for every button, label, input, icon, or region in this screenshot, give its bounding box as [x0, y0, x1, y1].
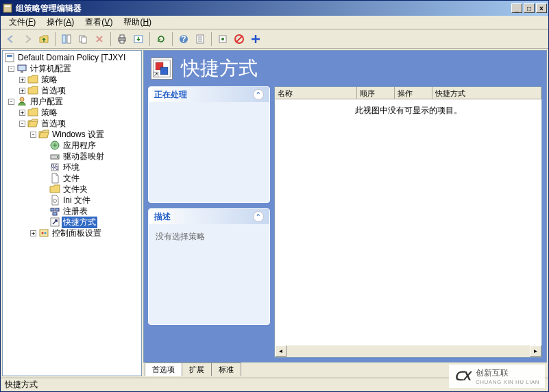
menu-action[interactable]: 操作(A): [41, 15, 80, 29]
col-name[interactable]: 名称: [275, 87, 357, 99]
file-icon: [49, 173, 60, 184]
collapse-icon[interactable]: -: [8, 99, 14, 105]
tab-preferences[interactable]: 首选项: [145, 363, 182, 376]
window-title: 组策略管理编辑器: [16, 3, 511, 14]
maximize-button[interactable]: □: [524, 3, 535, 13]
policy-icon: [4, 52, 15, 63]
close-button[interactable]: ×: [536, 3, 547, 13]
tree-root[interactable]: Default Domain Policy [TJXYI: [16, 53, 127, 62]
refresh-button[interactable]: [154, 32, 169, 47]
folder-open-icon: [27, 118, 38, 129]
tree-pref[interactable]: 首选项: [40, 85, 67, 97]
svg-rect-35: [40, 230, 48, 236]
col-order[interactable]: 顺序: [357, 87, 395, 99]
horizontal-scrollbar[interactable]: ◄ ►: [275, 345, 541, 357]
tab-standard[interactable]: 标准: [211, 363, 241, 376]
add-button[interactable]: [248, 32, 263, 47]
watermark-sub: CHUANG XIN HU LIAN: [476, 379, 539, 385]
menu-help[interactable]: 帮助(H): [118, 15, 157, 29]
tree-folders[interactable]: 文件夹: [62, 184, 89, 195]
tree-registry[interactable]: 注册表: [62, 206, 89, 217]
collapse-icon[interactable]: -: [30, 132, 36, 138]
content-title: 快捷方式: [181, 56, 258, 82]
collapse-icon[interactable]: -: [19, 121, 25, 127]
expand-icon[interactable]: +: [30, 230, 36, 236]
main-area: Default Domain Policy [TJXYI -计算机配置 +策略 …: [1, 49, 548, 378]
svg-rect-23: [21, 71, 23, 73]
toolbar: ?: [1, 29, 548, 49]
print-button[interactable]: [114, 32, 130, 47]
menu-file[interactable]: 文件(F): [3, 15, 41, 29]
processing-body: [149, 102, 269, 203]
list-header: 名称 顺序 操作 快捷方式: [275, 87, 541, 99]
svg-line-19: [236, 36, 242, 42]
tree-computer-config[interactable]: 计算机配置: [29, 63, 73, 75]
tab-extended[interactable]: 扩展: [182, 363, 212, 376]
svg-rect-5: [82, 37, 86, 43]
tree-pref[interactable]: 首选项: [40, 118, 67, 130]
properties-button[interactable]: [193, 32, 208, 47]
svg-point-36: [42, 232, 44, 234]
menubar: 文件(F) 操作(A) 查看(V) 帮助(H): [1, 16, 548, 29]
back-button[interactable]: [3, 32, 19, 47]
stop-button[interactable]: [232, 32, 247, 47]
folder-icon: [49, 184, 60, 195]
export-button[interactable]: [131, 32, 146, 47]
folder-open-icon: [38, 129, 49, 140]
tree-pane[interactable]: Default Domain Policy [TJXYI -计算机配置 +策略 …: [2, 50, 142, 376]
description-card: 描述⌃ 没有选择策略: [148, 208, 270, 325]
up-button[interactable]: [36, 32, 51, 47]
svg-rect-8: [120, 40, 124, 43]
list-view[interactable]: 名称 顺序 操作 快捷方式 此视图中没有可显示的项目。 ◄ ►: [274, 86, 542, 358]
expand-icon[interactable]: +: [19, 77, 25, 83]
collapse-icon[interactable]: -: [8, 66, 14, 72]
svg-rect-33: [53, 212, 57, 215]
col-shortcut[interactable]: 快捷方式: [432, 87, 541, 99]
svg-point-37: [45, 232, 47, 234]
collapse-chevron-icon[interactable]: ⌃: [253, 211, 264, 222]
copy-button[interactable]: [75, 32, 90, 47]
svg-rect-1: [5, 5, 10, 7]
env-icon: %: [49, 162, 60, 173]
tree-apps[interactable]: 应用程序: [62, 140, 97, 151]
watermark-brand: 创新互联: [476, 367, 539, 379]
svg-rect-31: [51, 208, 54, 211]
tree-windows-settings[interactable]: Windows 设置: [51, 129, 106, 140]
col-action[interactable]: 操作: [395, 87, 432, 99]
tree-env[interactable]: 环境: [62, 162, 81, 173]
expand-icon[interactable]: +: [19, 110, 25, 116]
titlebar: 组策略管理编辑器 _ □ ×: [1, 1, 548, 16]
tree-policy[interactable]: 策略: [40, 107, 59, 119]
menu-view[interactable]: 查看(V): [80, 15, 118, 29]
processing-card: 正在处理⌃: [148, 86, 270, 203]
folder-icon: [27, 107, 38, 118]
svg-point-27: [57, 156, 58, 158]
control-panel-icon: [38, 228, 49, 238]
tree-ini[interactable]: Ini 文件: [62, 195, 92, 206]
tree-drive-maps[interactable]: 驱动器映射: [62, 151, 106, 162]
svg-text:%: %: [51, 162, 59, 172]
shortcut-icon: [49, 217, 60, 228]
registry-icon: [49, 206, 60, 217]
action1-button[interactable]: [215, 32, 230, 47]
svg-point-24: [20, 97, 24, 101]
tree-control-panel[interactable]: 控制面板设置: [51, 228, 103, 239]
status-text: 快捷方式: [5, 379, 38, 391]
expand-icon[interactable]: +: [19, 88, 25, 94]
scroll-right-button[interactable]: ►: [530, 345, 541, 357]
svg-rect-2: [62, 35, 66, 43]
tree-files[interactable]: 文件: [62, 173, 81, 184]
forward-button[interactable]: [20, 32, 35, 47]
tree-policy[interactable]: 策略: [40, 74, 59, 86]
tree-shortcuts[interactable]: 快捷方式: [62, 217, 97, 228]
show-hide-button[interactable]: [59, 32, 74, 47]
svg-rect-20: [5, 53, 14, 62]
minimize-button[interactable]: _: [511, 3, 522, 13]
processing-title: 正在处理: [154, 89, 187, 101]
scroll-left-button[interactable]: ◄: [275, 345, 286, 357]
delete-button[interactable]: [92, 32, 107, 47]
collapse-chevron-icon[interactable]: ⌃: [253, 89, 264, 100]
tree-user-config[interactable]: 用户配置: [29, 96, 64, 108]
help-button[interactable]: ?: [176, 32, 191, 47]
svg-text:?: ?: [181, 34, 186, 44]
